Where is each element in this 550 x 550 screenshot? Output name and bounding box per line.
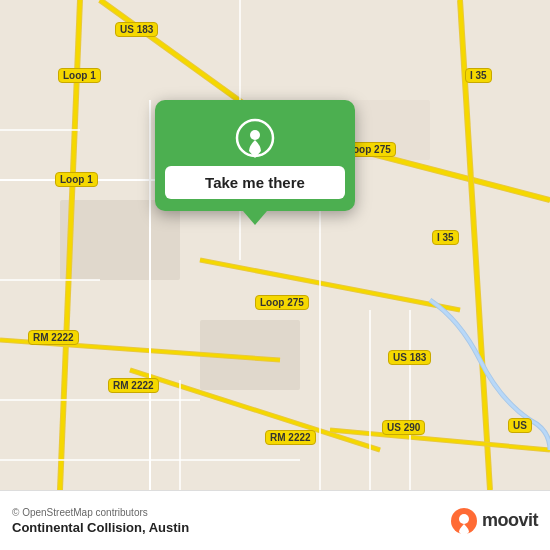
popup-card: Take me there <box>155 100 355 211</box>
label-rm2222-mid: RM 2222 <box>108 378 159 393</box>
label-i35-mid: I 35 <box>432 230 459 245</box>
label-rm2222-bot: RM 2222 <box>265 430 316 445</box>
map-container: US 183 Loop 1 US 183 oop 275 Loop 1 I 35… <box>0 0 550 490</box>
bottom-left-info: © OpenStreetMap contributors Continental… <box>12 507 189 535</box>
label-loop1-top: Loop 1 <box>58 68 101 83</box>
svg-rect-2 <box>60 200 180 280</box>
bottom-bar: © OpenStreetMap contributors Continental… <box>0 490 550 550</box>
label-us-right: US <box>508 418 532 433</box>
label-rm2222-left: RM 2222 <box>28 330 79 345</box>
osm-credit: © OpenStreetMap contributors <box>12 507 189 518</box>
svg-point-36 <box>459 514 469 524</box>
label-us183-bot: US 183 <box>388 350 431 365</box>
location-name: Continental Collision, Austin <box>12 520 189 535</box>
label-us183-top: US 183 <box>115 22 158 37</box>
label-us290: US 290 <box>382 420 425 435</box>
location-pin-icon <box>235 118 275 158</box>
label-loop1-mid: Loop 1 <box>55 172 98 187</box>
label-loop275-mid: oop 275 <box>348 142 396 157</box>
svg-point-34 <box>250 130 260 140</box>
take-me-there-button[interactable]: Take me there <box>165 166 345 199</box>
moovit-text: moovit <box>482 510 538 531</box>
label-i35-top: I 35 <box>465 68 492 83</box>
moovit-pin-icon <box>450 507 478 535</box>
label-loop275-bot: Loop 275 <box>255 295 309 310</box>
moovit-logo: moovit <box>450 507 538 535</box>
